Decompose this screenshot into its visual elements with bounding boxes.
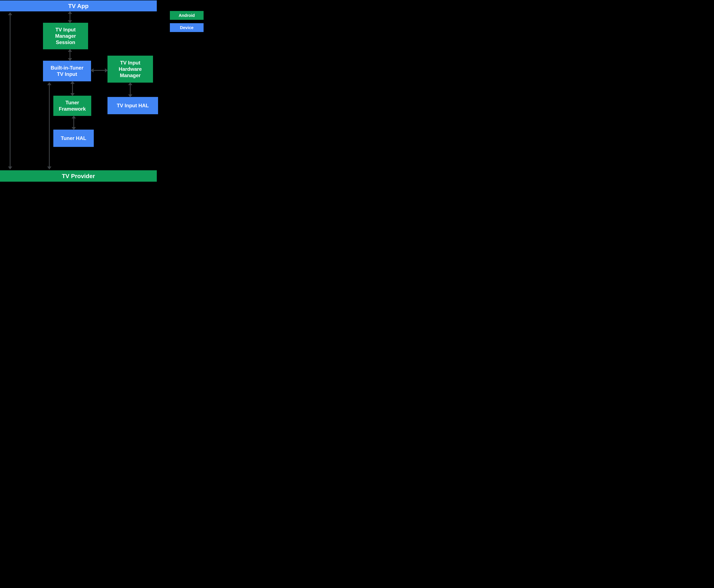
node-tv-app: TV App xyxy=(0,0,157,12)
node-tv-input-hal: TV Input HAL xyxy=(107,97,158,114)
arrow-tvapp-tims xyxy=(68,12,72,23)
arrow-builtin-tvprovider xyxy=(47,83,51,169)
node-tims-label: TV Input Manager Session xyxy=(55,26,76,45)
node-tv-input-hal-label: TV Input HAL xyxy=(117,102,149,109)
node-builtin-tuner-label: Built-in-Tuner TV Input xyxy=(50,65,83,77)
arrow-tvapp-tvprovider xyxy=(8,13,12,169)
arrow-tims-builtin xyxy=(68,49,72,61)
node-tv-provider-label: TV Provider xyxy=(62,172,95,180)
legend-android-label: Android xyxy=(179,13,195,18)
legend-device: Device xyxy=(170,23,204,32)
node-tuner-hal: Tuner HAL xyxy=(53,130,94,147)
node-tuner-hal-label: Tuner HAL xyxy=(61,135,86,142)
diagram-canvas: TV App Android Device TV Input Manager S… xyxy=(0,0,253,209)
node-tuner-fw-label: Tuner Framework xyxy=(59,100,86,112)
node-tuner-framework: Tuner Framework xyxy=(53,96,91,116)
node-tv-input-hardware-manager: TV Input Hardware Manager xyxy=(107,56,153,83)
arrow-builtin-tunerfw xyxy=(70,81,75,96)
arrow-tunerfw-tunerhal xyxy=(72,116,76,130)
node-hw-mgr-label: TV Input Hardware Manager xyxy=(119,60,142,79)
node-tv-provider: TV Provider xyxy=(0,170,157,182)
arrow-hwmgr-tvinputhal xyxy=(128,83,132,97)
node-builtin-tuner-tv-input: Built-in-Tuner TV Input xyxy=(43,61,91,81)
legend-device-label: Device xyxy=(180,25,194,30)
node-tv-input-manager-session: TV Input Manager Session xyxy=(43,23,88,49)
node-tv-app-label: TV App xyxy=(68,2,89,10)
arrow-builtin-hwmgr xyxy=(91,68,107,72)
legend-android: Android xyxy=(170,11,204,20)
